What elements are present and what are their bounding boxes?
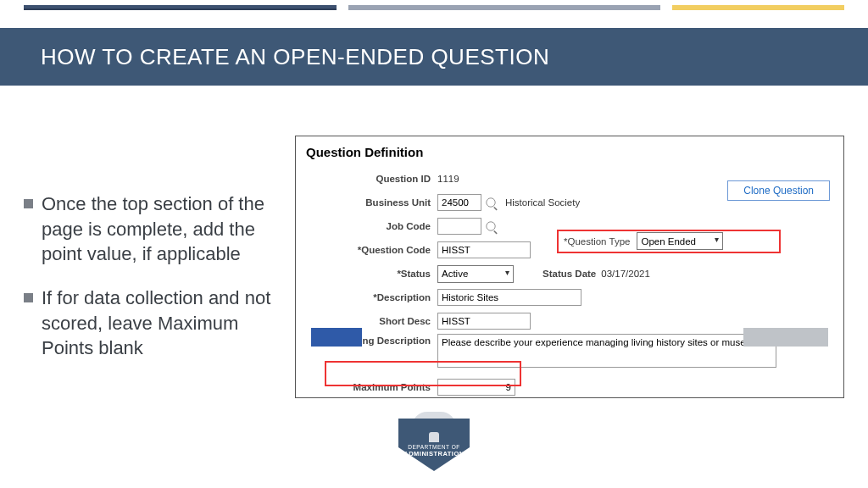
label-description: *Description [306, 292, 437, 302]
bullet-text: Once the top section of the page is comp… [42, 191, 278, 267]
bullet-item: If for data collection and not scored, l… [24, 286, 278, 361]
input-business-unit[interactable] [437, 194, 481, 211]
input-question-code[interactable] [437, 241, 531, 258]
lookup-icon[interactable] [486, 221, 495, 230]
slide-title: HOW TO CREATE AN OPEN-ENDED QUESTION [41, 44, 549, 70]
logo-shield: DEPARTMENT OF ADMINISTRATION [398, 419, 470, 471]
value-question-id: 1119 [437, 174, 459, 184]
bullet-icon [24, 293, 33, 302]
select-status-wrap [437, 265, 514, 283]
bullet-icon [24, 199, 33, 208]
value-business-unit-name: Historical Society [505, 197, 580, 208]
bullet-list: Once the top section of the page is comp… [24, 136, 278, 437]
logo-line1: DEPARTMENT OF [408, 444, 459, 451]
screenshot-panel: Question Definition Question ID 1119 Bus… [295, 136, 844, 398]
stripe-gold [672, 5, 844, 10]
top-accent-stripes [24, 5, 844, 10]
stripe-dark [24, 5, 337, 10]
bullet-item: Once the top section of the page is comp… [24, 191, 278, 267]
value-status-date: 03/17/2021 [601, 269, 650, 279]
row-description: *Description [306, 286, 833, 308]
label-status: *Status [306, 269, 437, 279]
title-bar: HOW TO CREATE AN OPEN-ENDED QUESTION [0, 28, 868, 86]
input-job-code[interactable] [437, 218, 481, 235]
stripe-grey [348, 5, 661, 10]
label-business-unit: Business Unit [306, 197, 437, 208]
clone-question-button[interactable]: Clone Question [727, 180, 830, 201]
logo-line2: ADMINISTRATION [403, 450, 464, 458]
capitol-dome-icon [429, 432, 439, 442]
label-short-desc: Short Desc [306, 316, 437, 326]
input-short-desc[interactable] [437, 313, 531, 330]
bottom-tab-blue [311, 328, 362, 347]
bullet-text: If for data collection and not scored, l… [42, 286, 278, 361]
input-description[interactable] [437, 289, 581, 306]
footer-logo: WISCONSIN DEPARTMENT OF ADMINISTRATION [396, 412, 472, 478]
lookup-icon[interactable] [486, 197, 495, 207]
highlight-max-points [325, 361, 521, 386]
row-status: *Status Status Date 03/17/2021 [306, 263, 833, 285]
bottom-tab-grey [743, 328, 828, 347]
label-question-id: Question ID [306, 174, 437, 184]
panel-heading: Question Definition [306, 145, 833, 159]
highlight-question-type [557, 230, 781, 253]
label-status-date: Status Date [542, 269, 596, 279]
content-area: Once the top section of the page is comp… [24, 136, 844, 437]
select-status[interactable] [437, 265, 514, 283]
label-question-code: *Question Code [306, 245, 437, 255]
label-job-code: Job Code [306, 221, 437, 231]
